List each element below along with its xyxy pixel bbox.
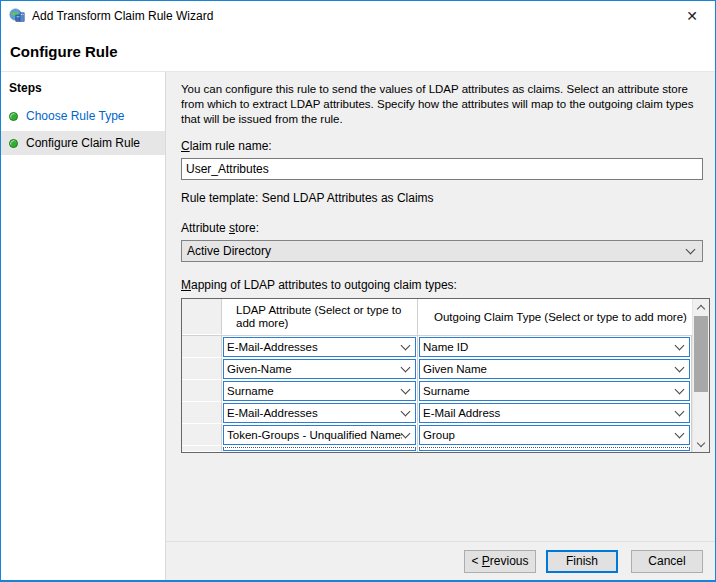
chevron-down-icon	[675, 341, 685, 351]
title-bar: Add Transform Claim Rule Wizard ✕	[1, 1, 715, 31]
rule-template-text: Rule template: Send LDAP Attributes as C…	[181, 191, 711, 205]
form-area: You can configure this rule to send the …	[166, 72, 715, 541]
main-panel: You can configure this rule to send the …	[166, 72, 715, 580]
finish-button[interactable]: Finish	[546, 550, 618, 573]
attribute-store-dropdown[interactable]: Active Directory	[181, 240, 703, 262]
row-header-cell[interactable]	[182, 446, 222, 452]
row-header-cell[interactable]	[182, 358, 222, 380]
grid-corner-cell	[182, 299, 222, 335]
table-row-new-partial	[182, 446, 692, 452]
chevron-down-icon	[697, 438, 705, 446]
sidebar-item-choose-rule-type[interactable]: Choose Rule Type	[1, 104, 165, 128]
sidebar-item-configure-claim-rule[interactable]: Configure Claim Rule	[1, 131, 165, 155]
scroll-up-button[interactable]	[693, 299, 709, 315]
row-header-cell[interactable]	[182, 402, 222, 424]
step-label: Configure Claim Rule	[26, 136, 140, 150]
row-header-cell[interactable]	[182, 336, 222, 358]
previous-button[interactable]: < Previous	[464, 550, 536, 573]
step-complete-icon	[9, 112, 18, 121]
chevron-down-icon	[675, 385, 685, 395]
attribute-store-value: Active Directory	[187, 244, 687, 258]
chevron-down-icon	[686, 245, 696, 255]
ldap-attribute-dropdown[interactable]: Token-Groups - Unqualified Names	[223, 425, 416, 445]
outgoing-claim-type-dropdown[interactable]: Given Name	[419, 359, 690, 379]
row-header-cell[interactable]	[182, 424, 222, 446]
chevron-up-icon	[697, 304, 705, 312]
outgoing-claim-type-dropdown[interactable]: Name ID	[419, 337, 690, 357]
grid-header-row: LDAP Attribute (Select or type to add mo…	[182, 299, 692, 336]
outgoing-claim-type-dropdown[interactable]: Group	[419, 425, 690, 445]
rule-description-text: You can configure this rule to send the …	[181, 82, 705, 127]
table-row: Surname Surname	[182, 380, 692, 402]
ldap-attribute-dropdown[interactable]: E-Mail-Addresses	[223, 337, 416, 357]
chevron-down-icon	[401, 363, 411, 373]
row-header-cell[interactable]	[182, 380, 222, 402]
chevron-down-icon	[401, 429, 411, 439]
ldap-attribute-dropdown[interactable]	[223, 447, 416, 451]
table-row: E-Mail-Addresses E-Mail Address	[182, 402, 692, 424]
heading-row: Configure Rule	[1, 31, 715, 71]
ldap-attribute-dropdown[interactable]: Surname	[223, 381, 416, 401]
cancel-button[interactable]: Cancel	[631, 550, 703, 573]
grid-vertical-scrollbar[interactable]	[692, 299, 709, 452]
mapping-grid: LDAP Attribute (Select or type to add mo…	[181, 298, 710, 453]
wizard-app-icon	[9, 8, 25, 24]
table-row: E-Mail-Addresses Name ID	[182, 336, 692, 358]
wizard-footer: < Previous Finish Cancel	[166, 541, 715, 580]
attribute-store-label: Attribute store:	[181, 221, 711, 235]
chevron-down-icon	[401, 407, 411, 417]
mapping-label: Mapping of LDAP attributes to outgoing c…	[181, 278, 711, 292]
page-title: Configure Rule	[10, 43, 118, 60]
scrollbar-thumb[interactable]	[694, 316, 708, 392]
outgoing-claim-type-dropdown[interactable]: E-Mail Address	[419, 403, 690, 423]
chevron-down-icon	[675, 407, 685, 417]
wizard-window: Add Transform Claim Rule Wizard ✕ Config…	[0, 0, 716, 582]
ldap-attribute-dropdown[interactable]: E-Mail-Addresses	[223, 403, 416, 423]
outgoing-claim-type-dropdown[interactable]: Surname	[419, 381, 690, 401]
steps-sidebar: Steps Choose Rule Type Configure Claim R…	[1, 72, 166, 580]
claim-rule-name-input[interactable]	[181, 158, 703, 180]
outgoing-claim-type-dropdown[interactable]	[419, 447, 690, 451]
chevron-down-icon	[675, 429, 685, 439]
chevron-down-icon	[401, 341, 411, 351]
close-icon: ✕	[686, 8, 698, 24]
scroll-down-button[interactable]	[693, 436, 709, 452]
chevron-down-icon	[675, 363, 685, 373]
window-title: Add Transform Claim Rule Wizard	[32, 9, 677, 23]
close-button[interactable]: ✕	[677, 3, 707, 29]
step-complete-icon	[9, 139, 18, 148]
ldap-attribute-dropdown[interactable]: Given-Name	[223, 359, 416, 379]
steps-header: Steps	[1, 76, 165, 104]
column-header-outgoing-claim-type[interactable]: Outgoing Claim Type (Select or type to a…	[418, 299, 692, 335]
table-row: Token-Groups - Unqualified Names Group	[182, 424, 692, 446]
column-header-ldap-attribute[interactable]: LDAP Attribute (Select or type to add mo…	[222, 299, 418, 335]
step-label[interactable]: Choose Rule Type	[26, 109, 125, 123]
claim-rule-name-label: Claim rule name:	[181, 139, 711, 153]
table-row: Given-Name Given Name	[182, 358, 692, 380]
chevron-down-icon	[401, 385, 411, 395]
